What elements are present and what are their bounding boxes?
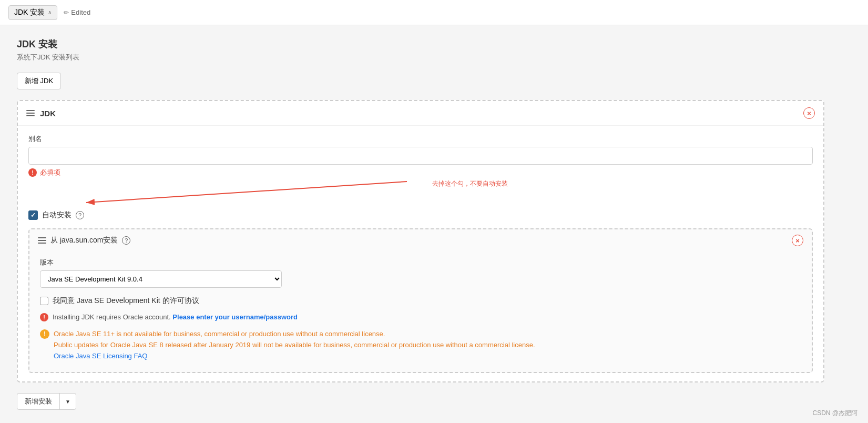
breadcrumb-button[interactable]: JDK 安装 ∧: [8, 5, 57, 20]
card-body: 别名 ! 必填项 去掉这个勾，不要自动安装: [18, 126, 823, 381]
agree-checkbox[interactable]: [40, 297, 48, 305]
version-select[interactable]: Java SE Development Kit 9.0.4 Java SE De…: [40, 270, 282, 288]
jdk-card-close-button[interactable]: ×: [803, 107, 815, 119]
auto-install-checkbox[interactable]: ✓: [28, 210, 38, 220]
card-header: JDK ×: [18, 101, 823, 126]
warning-text: Oracle Java SE 11+ is not available for …: [54, 329, 535, 361]
annotation-text: 去掉这个勾，不要自动安装: [432, 179, 508, 188]
add-install-label: 新增安装: [17, 394, 60, 409]
edited-status: ✏ Edited: [64, 8, 90, 16]
main-content: JDK 安装 系统下JDK 安装列表 新增 JDK JDK × 别名 ! 必填项: [0, 25, 841, 422]
pencil-icon: ✏: [64, 9, 69, 16]
required-error: ! 必填项: [28, 168, 813, 177]
agree-row: 我同意 Java SE Development Kit 的许可协议: [40, 296, 801, 306]
footer-text: CSDN @杰肥阿: [812, 409, 857, 417]
auto-install-row: ✓ 自动安装 ?: [28, 210, 813, 220]
auto-install-help-icon[interactable]: ?: [76, 211, 84, 219]
add-jdk-button[interactable]: 新增 JDK: [17, 73, 61, 89]
card-header-left: JDK: [26, 109, 56, 118]
close-icon: ×: [807, 110, 811, 117]
error-text: 必填项: [40, 168, 60, 177]
inner-source-label: 从 java.sun.com安装: [50, 236, 118, 245]
annotation-container: 去掉这个勾，不要自动安装: [28, 177, 813, 206]
version-label: 版本: [40, 258, 801, 267]
inner-card-close-button[interactable]: ×: [792, 235, 803, 246]
inner-help-icon[interactable]: ?: [122, 236, 130, 245]
inner-card-header: 从 java.sun.com安装 ? ×: [29, 229, 812, 251]
oracle-error-row: ! Installing JDK requires Oracle account…: [40, 313, 801, 321]
drag-handle-icon[interactable]: [26, 110, 35, 116]
inner-card: 从 java.sun.com安装 ? × 版本 Java SE Developm…: [28, 228, 813, 373]
edited-text: Edited: [71, 8, 90, 16]
check-icon: ✓: [30, 212, 36, 219]
inner-close-icon: ×: [795, 237, 800, 244]
oracle-error-static: Installing JDK requires Oracle account.: [53, 313, 171, 321]
alias-input[interactable]: [28, 147, 813, 165]
breadcrumb-label: JDK 安装: [14, 8, 45, 17]
warning-line1: Oracle Java SE 11+ is not available for …: [54, 329, 535, 340]
top-bar: JDK 安装 ∧ ✏ Edited: [0, 0, 868, 25]
error-icon: !: [28, 168, 37, 177]
oracle-error-link[interactable]: Please enter your username/password: [172, 313, 298, 321]
footer: CSDN @杰肥阿: [812, 409, 857, 418]
auto-install-label: 自动安装: [42, 210, 72, 220]
jdk-card-title: JDK: [40, 109, 56, 118]
page-title: JDK 安装: [17, 38, 824, 51]
warning-box: ! Oracle Java SE 11+ is not available fo…: [40, 329, 801, 361]
chevron-down-icon: ∧: [48, 9, 52, 15]
agree-label: 我同意 Java SE Development Kit 的许可协议: [53, 296, 199, 306]
warning-faq-link[interactable]: Oracle Java SE Licensing FAQ: [54, 352, 147, 360]
warning-icon: !: [40, 329, 49, 339]
oracle-error-text: Installing JDK requires Oracle account. …: [53, 313, 298, 321]
annotation-arrow-svg: [28, 177, 813, 206]
alias-label: 别名: [28, 134, 813, 144]
page-subtitle: 系统下JDK 安装列表: [17, 53, 824, 62]
inner-drag-handle-icon[interactable]: [38, 237, 46, 244]
svg-line-1: [86, 182, 407, 203]
oracle-error-icon: !: [40, 313, 48, 321]
jdk-card: JDK × 别名 ! 必填项 去掉这个勾，不要自动安装: [17, 100, 824, 382]
add-install-chevron-icon: ▼: [60, 396, 76, 408]
add-jdk-label: 新增 JDK: [25, 76, 53, 86]
warning-line2: Public updates for Oracle Java SE 8 rele…: [54, 340, 535, 351]
inner-card-header-left: 从 java.sun.com安装 ?: [38, 236, 130, 245]
inner-card-body: 版本 Java SE Development Kit 9.0.4 Java SE…: [29, 251, 812, 372]
add-install-button[interactable]: 新增安装 ▼: [17, 393, 76, 410]
